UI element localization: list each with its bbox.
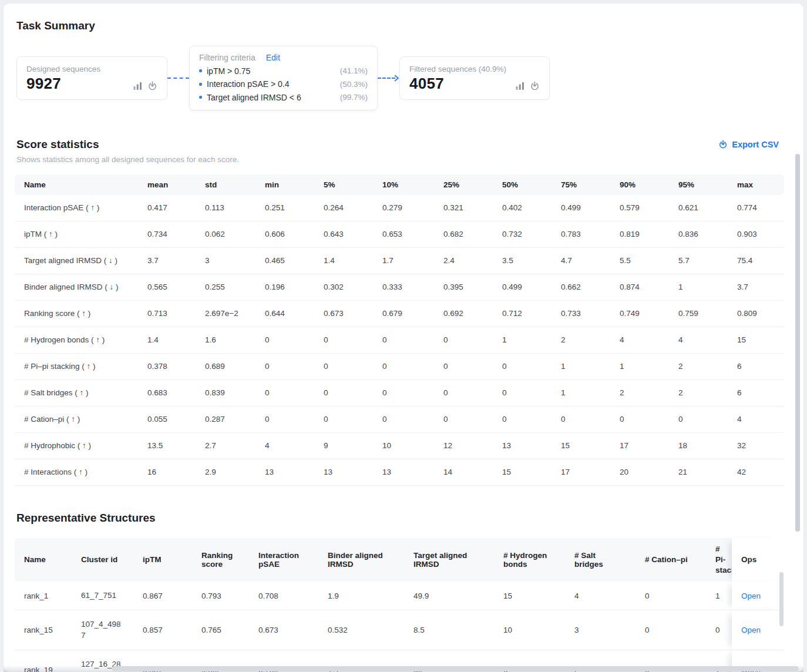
score-cell: 0.251	[255, 195, 314, 221]
score-cell: 15	[552, 433, 610, 459]
bar-chart-icon[interactable]	[133, 82, 142, 90]
column-header-max: max	[728, 174, 784, 195]
score-cell: 1	[610, 354, 669, 380]
score-cell: 0.465	[255, 248, 314, 274]
open-link[interactable]: Open	[741, 626, 761, 634]
score-row: # Cation–pi ( ↑ )0.0550.287000000004	[15, 406, 784, 433]
cluster-id: 61_7_751	[72, 582, 133, 610]
column-header-name: Name	[15, 174, 138, 195]
score-cell: 0.712	[493, 301, 552, 327]
bullet-icon	[199, 96, 202, 99]
download-icon	[718, 140, 728, 149]
score-cell: 0	[669, 406, 728, 433]
export-csv-button[interactable]: Export CSV	[718, 140, 779, 149]
column-header-iptm: ipTM	[133, 538, 192, 582]
score-cell: 0.836	[669, 221, 728, 248]
structure-cell: 0.765	[192, 610, 249, 650]
score-cell: 0.713	[138, 301, 196, 327]
column-header-hydrogen-bonds: # Hydrogen bonds	[494, 538, 565, 582]
score-cell: 1	[552, 380, 610, 406]
criterion-text: ipTM > 0.75	[207, 66, 250, 76]
criterion-item: Target aligned IRMSD < 6(99.7%)	[199, 93, 368, 102]
score-cell: 0.734	[138, 221, 196, 248]
score-cell: 0.733	[552, 301, 610, 327]
score-statistics-table: Name mean std min 5% 10% 25% 50% 75% 90%…	[15, 174, 784, 486]
export-csv-label: Export CSV	[732, 140, 779, 149]
download-icon[interactable]	[530, 81, 540, 91]
structure-cell: 3	[565, 610, 635, 650]
score-cell: 16	[138, 459, 196, 486]
score-cell: 0	[373, 380, 434, 406]
score-cell: 21	[669, 459, 728, 486]
rep-header-row: Name Cluster id ipTM Ranking score Inter…	[15, 538, 784, 582]
score-cell: 0	[434, 327, 493, 354]
table-vertical-scrollbar[interactable]	[779, 572, 784, 626]
rep-table-body: rank_161_7_7510.8670.7930.7081.949.91540…	[15, 582, 784, 672]
score-cell: 2	[610, 380, 669, 406]
score-statistics-subtitle: Shows statistics among all designed sequ…	[16, 155, 239, 164]
score-cell: 0.903	[728, 221, 784, 248]
criteria-list: ipTM > 0.75(41.1%)Interaction pSAE > 0.4…	[199, 66, 368, 102]
score-cell: 0	[255, 406, 314, 433]
score-cell: 0.783	[552, 221, 610, 248]
column-header-p95: 95%	[669, 174, 728, 195]
structure-cell: 0.867	[133, 582, 192, 610]
edit-link[interactable]: Edit	[266, 53, 280, 62]
column-header-ops: Ops	[732, 538, 784, 582]
arrow-right-icon	[394, 75, 399, 82]
designed-sequences-card: Designed sequences 9927	[16, 56, 167, 100]
bar-chart-icon[interactable]	[516, 82, 524, 90]
representative-structures-table: Name Cluster id ipTM Ranking score Inter…	[15, 538, 784, 672]
column-header-name: Name	[15, 538, 72, 582]
column-header-min: min	[255, 174, 314, 195]
score-row: ipTM ( ↑ )0.7340.0620.6060.6430.6530.682…	[15, 221, 784, 248]
score-cell: 0	[314, 354, 373, 380]
filtered-sequences-value: 4057	[409, 75, 444, 93]
score-cell: 42	[728, 459, 784, 486]
score-cell: 0	[434, 380, 493, 406]
structure-cell: 0.793	[192, 582, 249, 610]
column-header-p50: 50%	[493, 174, 552, 195]
score-cell: 15	[493, 459, 552, 486]
download-icon[interactable]	[147, 81, 157, 91]
score-row-name: # Interactions ( ↑ )	[15, 459, 138, 486]
score-cell: 0.683	[138, 380, 196, 406]
score-row-name: ipTM ( ↑ )	[15, 221, 138, 248]
score-cell: 0.606	[255, 221, 314, 248]
filtered-sequences-label: Filtered sequences (40.9%)	[409, 65, 540, 73]
score-row-name: # Cation–pi ( ↑ )	[15, 406, 138, 433]
score-cell: 0.402	[493, 195, 552, 221]
criterion-item: ipTM > 0.75(41.1%)	[199, 66, 368, 76]
score-cell: 13	[373, 459, 434, 486]
score-cell: 1.7	[373, 248, 434, 274]
score-cell: 0.302	[314, 274, 373, 301]
score-cell: 0.113	[196, 195, 255, 221]
score-cell: 0.839	[196, 380, 255, 406]
task-summary-flow: Designed sequences 9927 Filtering criter…	[16, 46, 803, 110]
score-cell: 2.4	[434, 248, 493, 274]
score-cell: 75.4	[728, 248, 784, 274]
open-link[interactable]: Open	[741, 592, 761, 600]
score-cell: 1.4	[138, 327, 196, 354]
score-cell: 0	[434, 354, 493, 380]
score-cell: 0.196	[255, 274, 314, 301]
score-cell: 0.653	[373, 221, 434, 248]
table-horizontal-scrollbar[interactable]	[112, 666, 799, 671]
score-cell: 0.378	[138, 354, 196, 380]
representative-structures-title: Representative Structures	[16, 512, 803, 525]
score-cell: 0	[314, 327, 373, 354]
column-header-salt-bridges: # Salt bridges	[565, 538, 635, 582]
structure-cell: 10	[494, 610, 565, 650]
column-header-p90: 90%	[610, 174, 669, 195]
page-scrollbar[interactable]	[795, 154, 800, 532]
structure-row: rank_161_7_7510.8670.7930.7081.949.91540…	[15, 582, 784, 610]
designed-sequences-value: 9927	[26, 75, 61, 93]
score-cell: 32	[728, 433, 784, 459]
score-cell: 5.7	[669, 248, 728, 274]
score-row: # Hydrogen bonds ( ↑ )1.41.60000124415	[15, 327, 784, 354]
score-cell: 0	[493, 354, 552, 380]
score-cell: 0.679	[373, 301, 434, 327]
score-cell: 0.565	[138, 274, 196, 301]
score-cell: 0.287	[196, 406, 255, 433]
score-cell: 0.579	[610, 195, 669, 221]
